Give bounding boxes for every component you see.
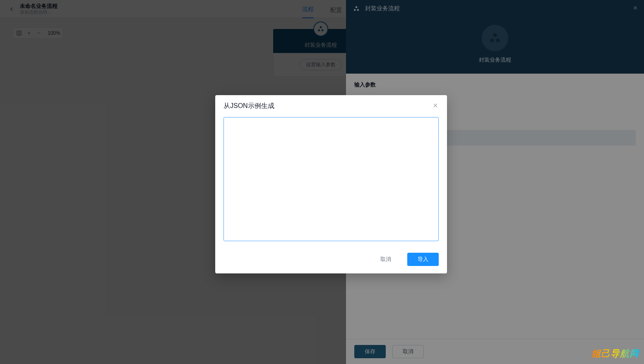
side-panel-hero-circle (482, 25, 508, 51)
side-save-button[interactable]: 保存 (354, 345, 386, 358)
side-panel-hero: 封装业务流程 (346, 17, 644, 74)
modal-header: 从JSON示例生成 (215, 95, 447, 114)
modal-title: 从JSON示例生成 (223, 102, 274, 110)
back-arrow-icon (8, 6, 15, 12)
tabs: 流程 配置 (302, 0, 342, 18)
page-title: 未命名业务流程 (20, 3, 58, 10)
svg-point-3 (322, 29, 324, 31)
title-block: 未命名业务流程 添加流程说明... (20, 3, 58, 15)
cluster-icon (488, 31, 502, 45)
svg-point-4 (356, 6, 358, 8)
zoom-in-button[interactable] (25, 29, 33, 37)
svg-point-2 (318, 29, 320, 31)
back-button[interactable] (7, 4, 17, 14)
svg-point-7 (493, 33, 497, 37)
svg-point-9 (496, 38, 500, 42)
tab-config[interactable]: 配置 (330, 7, 342, 18)
app-root: 未命名业务流程 添加流程说明... 流程 配置 100% 封装业务流程 设置输入… (0, 0, 644, 364)
modal-import-button[interactable]: 导入 (407, 253, 439, 266)
side-cancel-button[interactable]: 取消 (392, 345, 424, 358)
canvas-node-action-pill[interactable]: 设置输入参数 (300, 59, 342, 70)
canvas-node-badge (313, 22, 328, 36)
json-import-modal: 从JSON示例生成 取消 导入 (215, 95, 447, 273)
svg-point-6 (357, 9, 359, 11)
zoom-controls: 100% (12, 27, 63, 39)
tab-flow[interactable]: 流程 (302, 6, 314, 18)
svg-point-1 (320, 26, 322, 28)
modal-close-button[interactable] (432, 102, 439, 110)
close-icon (632, 5, 638, 11)
canvas-node-title: 封装业务流程 (305, 42, 337, 48)
watermark-text: 姐己导航网 (591, 347, 639, 360)
zoom-fit-button[interactable] (15, 29, 23, 37)
cluster-icon (317, 25, 325, 33)
page-subtitle[interactable]: 添加流程说明... (20, 10, 58, 15)
json-textarea[interactable] (223, 117, 439, 241)
side-panel-close-button[interactable] (632, 5, 638, 12)
zoom-out-button[interactable] (35, 29, 43, 37)
minus-icon (36, 31, 41, 36)
plus-icon (26, 31, 31, 36)
svg-rect-0 (17, 31, 22, 36)
svg-point-5 (354, 9, 356, 11)
side-panel-icon (352, 4, 361, 13)
side-panel-title: 封装业务流程 (365, 5, 400, 12)
zoom-level-label: 100% (48, 30, 60, 36)
close-icon (432, 102, 439, 109)
svg-point-8 (490, 38, 494, 42)
modal-footer: 取消 导入 (215, 249, 447, 273)
side-panel-header: 封装业务流程 封装业务流程 (346, 0, 644, 74)
side-panel-header-top: 封装业务流程 (346, 0, 644, 17)
cluster-icon (353, 5, 360, 12)
fit-screen-icon (16, 30, 22, 36)
side-panel-hero-label: 封装业务流程 (479, 56, 511, 64)
modal-cancel-button[interactable]: 取消 (370, 253, 401, 266)
side-panel-section-title: 输入参数 (354, 81, 636, 89)
modal-body (215, 114, 447, 249)
